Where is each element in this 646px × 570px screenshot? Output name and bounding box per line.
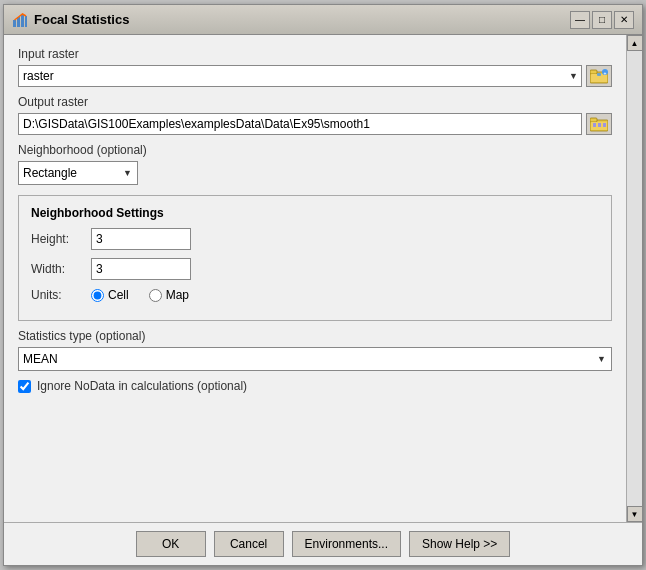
ignore-nodata-checkbox[interactable] [18, 380, 31, 393]
ignore-nodata-label[interactable]: Ignore NoData in calculations (optional) [37, 379, 247, 393]
neighborhood-row: Rectangle Circle Annulus Wedge Irregular… [18, 161, 612, 185]
output-raster-label: Output raster [18, 95, 612, 109]
folder-browse-icon [590, 116, 608, 132]
height-label: Height: [31, 232, 91, 246]
cancel-button[interactable]: Cancel [214, 531, 284, 557]
scroll-track [627, 51, 642, 506]
svg-rect-15 [603, 123, 606, 127]
svg-rect-2 [21, 14, 24, 27]
map-radio-label[interactable]: Map [149, 288, 189, 302]
close-button[interactable]: ✕ [614, 11, 634, 29]
height-row: Height: [31, 228, 599, 250]
units-row: Units: Cell Map [31, 288, 599, 302]
main-content: Input raster raster [4, 35, 626, 522]
units-radio-group: Cell Map [91, 288, 189, 302]
title-bar: Focal Statistics — □ ✕ [4, 5, 642, 35]
input-raster-section: Input raster raster [18, 47, 612, 87]
stats-type-dropdown[interactable]: MEAN MAJORITY MAXIMUM MEDIAN MINIMUM MIN… [18, 347, 612, 371]
environments-button[interactable]: Environments... [292, 531, 401, 557]
dialog-body: Input raster raster [4, 35, 642, 522]
scroll-up-button[interactable]: ▲ [627, 35, 643, 51]
input-raster-select-wrapper: raster [18, 65, 582, 87]
input-raster-dropdown[interactable]: raster [18, 65, 582, 87]
output-raster-row [18, 113, 612, 135]
window-controls: — □ ✕ [570, 11, 634, 29]
svg-rect-0 [13, 20, 16, 27]
scrollbar: ▲ ▼ [626, 35, 642, 522]
map-radio-text: Map [166, 288, 189, 302]
output-raster-browse-button[interactable] [586, 113, 612, 135]
neighborhood-select-wrapper: Rectangle Circle Annulus Wedge Irregular… [18, 161, 138, 185]
svg-text:+: + [604, 70, 607, 76]
svg-rect-13 [593, 123, 596, 127]
map-radio[interactable] [149, 289, 162, 302]
stats-select-wrapper: MEAN MAJORITY MAXIMUM MEDIAN MINIMUM MIN… [18, 347, 612, 371]
svg-rect-5 [590, 70, 597, 74]
neighborhood-settings-box: Neighborhood Settings Height: Width: Uni… [18, 195, 612, 321]
cell-radio-text: Cell [108, 288, 129, 302]
cell-radio-label[interactable]: Cell [91, 288, 129, 302]
svg-rect-14 [598, 123, 601, 127]
input-raster-label: Input raster [18, 47, 612, 61]
output-raster-section: Output raster [18, 95, 612, 135]
maximize-button[interactable]: □ [592, 11, 612, 29]
bottom-buttons: OK Cancel Environments... Show Help >> [4, 522, 642, 565]
app-icon [12, 12, 28, 28]
neighborhood-label: Neighborhood (optional) [18, 143, 612, 157]
ignore-nodata-row: Ignore NoData in calculations (optional) [18, 379, 612, 393]
cell-radio[interactable] [91, 289, 104, 302]
width-input[interactable] [91, 258, 191, 280]
units-label: Units: [31, 288, 91, 302]
svg-rect-11 [590, 118, 597, 122]
scroll-down-button[interactable]: ▼ [627, 506, 643, 522]
svg-rect-7 [597, 73, 601, 76]
folder-icon: + [590, 68, 608, 84]
width-row: Width: [31, 258, 599, 280]
stats-type-section: Statistics type (optional) MEAN MAJORITY… [18, 329, 612, 371]
focal-statistics-dialog: Focal Statistics — □ ✕ Input raster rast… [3, 4, 643, 566]
svg-rect-3 [25, 16, 27, 27]
ok-button[interactable]: OK [136, 531, 206, 557]
show-help-button[interactable]: Show Help >> [409, 531, 510, 557]
neighborhood-dropdown[interactable]: Rectangle Circle Annulus Wedge Irregular… [18, 161, 138, 185]
neighborhood-section: Neighborhood (optional) Rectangle Circle… [18, 143, 612, 185]
width-label: Width: [31, 262, 91, 276]
stats-type-label: Statistics type (optional) [18, 329, 612, 343]
input-raster-row: raster + [18, 65, 612, 87]
output-raster-input[interactable] [18, 113, 582, 135]
input-raster-browse-button[interactable]: + [586, 65, 612, 87]
minimize-button[interactable]: — [570, 11, 590, 29]
window-title: Focal Statistics [34, 12, 570, 27]
neighborhood-settings-title: Neighborhood Settings [31, 206, 599, 220]
height-input[interactable] [91, 228, 191, 250]
